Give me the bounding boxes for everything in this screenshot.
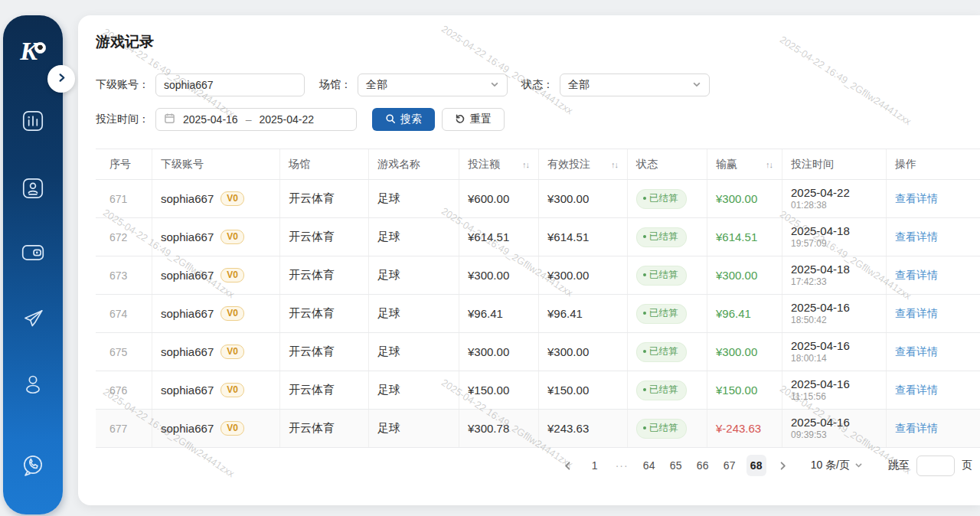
sidebar-expand-button[interactable] [47, 65, 75, 93]
page-number-64[interactable]: 64 [639, 455, 659, 476]
brand-logo-letter: K [20, 37, 36, 65]
status-label: 状态： [521, 78, 554, 92]
row-valid-bet: ¥243.63 [539, 410, 628, 447]
status-dot-icon [643, 388, 646, 391]
settled-status-badge: 已结算 [636, 189, 687, 209]
page-jump-input[interactable] [916, 456, 955, 476]
row-venue: 开云体育 [280, 410, 369, 447]
row-venue: 开云体育 [280, 180, 369, 217]
row-status: 已结算 [628, 410, 707, 447]
chevron-right-icon [57, 72, 67, 86]
account-input[interactable] [164, 79, 296, 91]
row-seq: 672 [96, 218, 152, 256]
column-header-3: 游戏名称 [369, 149, 459, 179]
view-details-link[interactable]: 查看详情 [895, 384, 938, 397]
row-bet-amount: ¥150.00 [459, 371, 539, 409]
reset-button[interactable]: 重置 [442, 108, 505, 131]
vip-level-badge: V0 [220, 383, 244, 397]
row-status: 已结算 [628, 295, 707, 332]
brand-logo[interactable]: K [3, 37, 63, 66]
row-action: 查看详情 [887, 256, 980, 294]
bar-chart-icon [20, 123, 46, 136]
row-seq: 677 [96, 410, 152, 447]
settled-status-badge: 已结算 [636, 419, 687, 439]
view-details-link[interactable]: 查看详情 [895, 345, 938, 359]
bet-time-label: 投注时间： [96, 113, 149, 126]
sort-icon[interactable]: ↑↓ [611, 160, 618, 169]
row-bet-time: 2025-04-1819:57:09 [782, 218, 887, 256]
sidebar-item-wallet[interactable] [20, 240, 46, 266]
settled-status-badge: 已结算 [636, 380, 687, 400]
calendar-icon [164, 113, 175, 126]
game-records-table: 序号下级账号场馆游戏名称投注额↑↓有效投注↑↓状态输赢↑↓投注时间操作 671 … [96, 149, 980, 448]
user-card-icon [20, 191, 46, 204]
page-ellipsis[interactable]: ··· [612, 455, 632, 476]
page-jump: 跳至 页 [888, 456, 972, 476]
row-status: 已结算 [628, 218, 707, 256]
column-header-7[interactable]: 输赢↑↓ [707, 149, 782, 179]
reset-button-label: 重置 [470, 113, 492, 126]
page-number-67[interactable]: 67 [720, 455, 740, 476]
row-game: 足球 [369, 218, 459, 256]
column-header-6: 状态 [628, 149, 707, 179]
status-dot-icon [643, 426, 646, 429]
row-bet-amount: ¥614.51 [459, 218, 539, 256]
column-header-8: 投注时间 [782, 149, 887, 179]
search-button[interactable]: 搜索 [372, 108, 435, 131]
row-win-loss: ¥614.51 [707, 218, 782, 256]
row-venue: 开云体育 [280, 371, 369, 409]
table-body: 671 sophia667 V0 开云体育 足球 ¥600.00 ¥300.00… [96, 180, 980, 448]
sidebar-item-members[interactable] [20, 175, 46, 201]
page-number-66[interactable]: 66 [693, 455, 713, 476]
sort-icon[interactable]: ↑↓ [522, 160, 529, 169]
row-valid-bet: ¥300.00 [539, 256, 628, 294]
status-select[interactable]: 全部 [560, 73, 710, 96]
filter-row-1: 下级账号： 场馆： 全部 状态： 全部 [96, 73, 710, 96]
row-venue: 开云体育 [280, 333, 369, 371]
row-bet-time: 2025-04-2201:28:38 [782, 180, 887, 217]
view-details-link[interactable]: 查看详情 [895, 422, 938, 436]
date-range-picker[interactable]: 2025-04-16 – 2025-04-22 [155, 108, 357, 131]
row-valid-bet: ¥614.51 [539, 218, 628, 256]
column-header-5[interactable]: 有效投注↑↓ [539, 149, 628, 179]
sidebar-item-profile[interactable] [20, 371, 46, 397]
row-game: 足球 [369, 371, 459, 409]
row-account: sophia667 V0 [152, 295, 280, 332]
vip-level-badge: V0 [220, 306, 244, 321]
vip-level-badge: V0 [220, 268, 244, 282]
row-game: 足球 [369, 180, 459, 217]
page-size-select[interactable]: 10 条/页 [811, 459, 863, 472]
row-status: 已结算 [628, 371, 707, 409]
row-bet-time: 2025-04-1817:42:33 [782, 256, 887, 294]
table-row: 676 sophia667 V0 开云体育 足球 ¥150.00 ¥150.00… [96, 371, 980, 410]
column-header-4[interactable]: 投注额↑↓ [459, 149, 539, 179]
row-account-name: sophia667 [161, 192, 214, 205]
column-header-2: 场馆 [280, 149, 369, 179]
row-venue: 开云体育 [280, 256, 369, 294]
view-details-link[interactable]: 查看详情 [895, 307, 938, 321]
page-number-65[interactable]: 65 [666, 455, 686, 476]
row-account-name: sophia667 [161, 307, 214, 320]
chevron-down-icon [490, 79, 499, 91]
row-account-name: sophia667 [161, 230, 214, 243]
page-number-68[interactable]: 68 [746, 455, 766, 476]
table-header-row: 序号下级账号场馆游戏名称投注额↑↓有效投注↑↓状态输赢↑↓投注时间操作 [96, 149, 980, 180]
row-seq: 671 [96, 180, 152, 217]
person-icon [20, 387, 46, 400]
status-dot-icon [643, 273, 646, 276]
next-page-button[interactable] [773, 455, 793, 476]
venue-select[interactable]: 全部 [358, 73, 508, 96]
page-number-1[interactable]: 1 [585, 455, 605, 476]
prev-page-button[interactable] [558, 455, 578, 476]
view-details-link[interactable]: 查看详情 [895, 269, 938, 282]
chevron-down-icon [854, 459, 863, 472]
vip-level-badge: V0 [220, 421, 244, 436]
sidebar-item-service[interactable] [20, 452, 46, 478]
sort-icon[interactable]: ↑↓ [766, 160, 773, 169]
view-details-link[interactable]: 查看详情 [895, 230, 938, 244]
sidebar-item-reports[interactable] [20, 108, 46, 134]
row-venue: 开云体育 [280, 218, 369, 256]
row-game: 足球 [369, 295, 459, 332]
view-details-link[interactable]: 查看详情 [895, 192, 938, 206]
sidebar-item-share[interactable] [20, 305, 46, 331]
